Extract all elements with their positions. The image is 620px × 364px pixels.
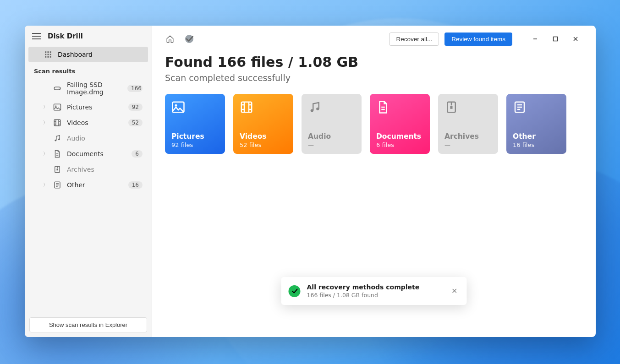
sidebar-item-audio[interactable]: 〉Audio <box>28 130 148 146</box>
check-circle-icon <box>185 35 193 43</box>
home-button[interactable] <box>163 32 177 46</box>
sidebar-item-other[interactable]: 〉Other16 <box>28 177 148 193</box>
sidebar-item-dashboard[interactable]: Dashboard <box>28 47 148 62</box>
card-subtitle: 6 files <box>376 141 423 148</box>
toolbar: Recover all... Review found items <box>152 26 596 49</box>
show-in-explorer-button[interactable]: Show scan results in Explorer <box>29 317 147 332</box>
chevron-right-icon: 〉 <box>43 151 48 157</box>
page-subtitle: Scan completed successfully <box>165 73 583 83</box>
sidebar-item-label: Other <box>67 181 85 189</box>
category-card-archives: Archives— <box>438 94 498 154</box>
category-cards: Pictures92 filesVideos52 filesAudio—Docu… <box>165 94 583 154</box>
category-card-pictures[interactable]: Pictures92 files <box>165 94 225 154</box>
review-found-items-button[interactable]: Review found items <box>444 33 512 46</box>
window-controls <box>526 32 585 46</box>
count-badge: 166 <box>127 85 143 92</box>
chevron-right-icon: 〉 <box>43 182 48 188</box>
toast-close-button[interactable]: ✕ <box>450 285 459 297</box>
toast-title: All recovery methods complete <box>307 283 420 291</box>
window-minimize-button[interactable] <box>526 32 544 46</box>
card-title: Pictures <box>171 132 219 141</box>
sidebar-item-label: Videos <box>67 119 88 126</box>
category-card-audio: Audio— <box>302 94 362 154</box>
card-title: Audio <box>308 132 355 141</box>
image-icon <box>53 103 61 111</box>
sidebar-item-documents[interactable]: 〉Documents6 <box>28 146 148 162</box>
sidebar-item-failing-ssd-image-dmg[interactable]: 〉Failing SSD Image.dmg166 <box>28 77 148 99</box>
window-maximize-button[interactable] <box>546 32 565 46</box>
sidebar-footer: Show scan results in Explorer <box>25 313 152 337</box>
sidebar-item-label: Audio <box>67 135 85 142</box>
grid-icon <box>44 50 52 59</box>
count-badge: 52 <box>128 119 143 126</box>
chevron-right-icon: 〉 <box>43 120 48 126</box>
archive-icon <box>444 100 492 118</box>
archive-icon <box>53 165 61 174</box>
drive-icon <box>53 84 61 92</box>
doc-icon <box>376 100 423 118</box>
card-title: Videos <box>240 132 287 141</box>
card-title: Archives <box>444 132 492 141</box>
card-title: Other <box>513 132 560 141</box>
other-icon <box>53 181 61 189</box>
toast-body: All recovery methods complete 166 files … <box>307 283 420 299</box>
app-window: Disk Drill Dashboard Scan results 〉Faili… <box>25 26 596 337</box>
hamburger-icon[interactable] <box>32 33 41 39</box>
count-badge: 6 <box>132 150 143 158</box>
image-icon <box>171 100 219 118</box>
content: Found 166 files / 1.08 GB Scan completed… <box>152 49 596 154</box>
count-badge: 92 <box>128 103 143 111</box>
sidebar-item-pictures[interactable]: 〉Pictures92 <box>28 99 148 115</box>
card-subtitle: — <box>308 141 355 148</box>
music-icon <box>53 134 61 142</box>
sidebar-item-label: Failing SSD Image.dmg <box>67 81 122 96</box>
sidebar-item-label: Dashboard <box>58 51 93 58</box>
sidebar: Disk Drill Dashboard Scan results 〉Faili… <box>25 26 152 337</box>
card-subtitle: 16 files <box>513 141 560 148</box>
toast-subtitle: 166 files / 1.08 GB found <box>307 292 420 299</box>
sidebar-item-label: Documents <box>67 150 104 158</box>
card-subtitle: 92 files <box>171 141 219 148</box>
film-icon <box>53 119 61 127</box>
sidebar-item-videos[interactable]: 〉Videos52 <box>28 115 148 130</box>
sidebar-item-label: Pictures <box>67 103 92 111</box>
sidebar-section-scan-results: Scan results <box>28 62 148 77</box>
category-card-videos[interactable]: Videos52 files <box>233 94 293 154</box>
other-icon <box>513 100 560 118</box>
sidebar-nav: Dashboard Scan results 〉Failing SSD Imag… <box>25 46 152 313</box>
sidebar-item-label: Archives <box>67 166 94 173</box>
app-title: Disk Drill <box>48 32 83 40</box>
recover-all-button[interactable]: Recover all... <box>389 33 439 46</box>
category-card-documents[interactable]: Documents6 files <box>370 94 430 154</box>
card-subtitle: 52 files <box>240 141 287 148</box>
film-icon <box>240 100 287 118</box>
main-panel: Recover all... Review found items Found … <box>152 26 596 337</box>
sidebar-item-archives[interactable]: 〉Archives <box>28 162 148 177</box>
count-badge: 16 <box>128 181 143 189</box>
chevron-right-icon: 〉 <box>43 104 48 110</box>
completion-toast: All recovery methods complete 166 files … <box>281 277 467 305</box>
card-subtitle: — <box>444 141 492 148</box>
status-check-button[interactable] <box>182 32 196 46</box>
success-check-icon <box>289 285 301 297</box>
page-title: Found 166 files / 1.08 GB <box>165 54 583 70</box>
category-card-other[interactable]: Other16 files <box>506 94 566 154</box>
music-icon <box>308 100 355 118</box>
card-title: Documents <box>376 132 423 141</box>
doc-icon <box>53 150 61 158</box>
window-close-button[interactable] <box>566 32 585 46</box>
sidebar-header: Disk Drill <box>25 26 152 46</box>
